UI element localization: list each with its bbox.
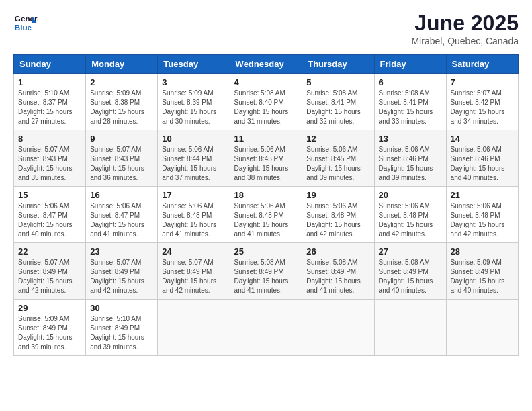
day-info: Sunrise: 5:06 AMSunset: 8:48 PMDaylight:… [306, 202, 361, 238]
day-info: Sunrise: 5:06 AMSunset: 8:45 PMDaylight:… [306, 146, 361, 181]
col-saturday: Saturday [446, 55, 518, 74]
col-thursday: Thursday [302, 55, 374, 74]
logo-icon: General Blue [13, 11, 38, 35]
day-number: 10 [162, 134, 225, 144]
table-row: 6 Sunrise: 5:08 AMSunset: 8:41 PMDayligh… [374, 74, 446, 130]
empty-cell [302, 300, 374, 356]
table-row: 20 Sunrise: 5:06 AMSunset: 8:48 PMDaylig… [374, 187, 446, 243]
table-row: 19 Sunrise: 5:06 AMSunset: 8:48 PMDaylig… [302, 187, 374, 243]
calendar-week-row: 15 Sunrise: 5:06 AMSunset: 8:47 PMDaylig… [14, 187, 519, 243]
table-row: 10 Sunrise: 5:06 AMSunset: 8:44 PMDaylig… [158, 130, 230, 187]
table-row: 14 Sunrise: 5:06 AMSunset: 8:46 PMDaylig… [446, 130, 518, 187]
table-row: 17 Sunrise: 5:06 AMSunset: 8:48 PMDaylig… [158, 187, 230, 243]
day-number: 21 [451, 190, 514, 200]
table-row: 15 Sunrise: 5:06 AMSunset: 8:47 PMDaylig… [14, 187, 86, 243]
day-number: 2 [90, 77, 153, 87]
day-info: Sunrise: 5:06 AMSunset: 8:48 PMDaylight:… [162, 202, 216, 238]
logo: General Blue [13, 11, 38, 35]
calendar-week-row: 8 Sunrise: 5:07 AMSunset: 8:43 PMDayligh… [14, 130, 519, 187]
day-info: Sunrise: 5:08 AMSunset: 8:49 PMDaylight:… [306, 259, 361, 294]
day-info: Sunrise: 5:07 AMSunset: 8:49 PMDaylight:… [90, 259, 144, 294]
table-row: 22 Sunrise: 5:07 AMSunset: 8:49 PMDaylig… [14, 243, 86, 300]
table-row: 7 Sunrise: 5:07 AMSunset: 8:42 PMDayligh… [446, 74, 518, 130]
table-row: 30 Sunrise: 5:10 AMSunset: 8:49 PMDaylig… [86, 300, 158, 356]
table-row: 26 Sunrise: 5:08 AMSunset: 8:49 PMDaylig… [302, 243, 374, 300]
table-row: 25 Sunrise: 5:08 AMSunset: 8:49 PMDaylig… [230, 243, 302, 300]
day-info: Sunrise: 5:10 AMSunset: 8:37 PMDaylight:… [18, 89, 73, 125]
page-header: General Blue June 2025 Mirabel, Quebec, … [13, 11, 519, 46]
col-friday: Friday [374, 55, 446, 74]
day-info: Sunrise: 5:06 AMSunset: 8:47 PMDaylight:… [90, 202, 144, 238]
calendar-week-row: 29 Sunrise: 5:09 AMSunset: 8:49 PMDaylig… [14, 300, 519, 356]
day-number: 6 [379, 77, 442, 87]
table-row: 2 Sunrise: 5:09 AMSunset: 8:38 PMDayligh… [86, 74, 158, 130]
col-wednesday: Wednesday [230, 55, 302, 74]
table-row: 23 Sunrise: 5:07 AMSunset: 8:49 PMDaylig… [86, 243, 158, 300]
table-row: 8 Sunrise: 5:07 AMSunset: 8:43 PMDayligh… [14, 130, 86, 187]
table-row: 29 Sunrise: 5:09 AMSunset: 8:49 PMDaylig… [14, 300, 86, 356]
table-row: 13 Sunrise: 5:06 AMSunset: 8:46 PMDaylig… [374, 130, 446, 187]
day-info: Sunrise: 5:06 AMSunset: 8:46 PMDaylight:… [451, 146, 505, 181]
day-info: Sunrise: 5:08 AMSunset: 8:40 PMDaylight:… [234, 89, 289, 125]
day-number: 23 [90, 246, 153, 257]
empty-cell [446, 300, 518, 356]
day-info: Sunrise: 5:07 AMSunset: 8:43 PMDaylight:… [90, 146, 144, 181]
day-number: 29 [18, 303, 81, 313]
table-row: 1 Sunrise: 5:10 AMSunset: 8:37 PMDayligh… [14, 74, 86, 130]
day-info: Sunrise: 5:09 AMSunset: 8:49 PMDaylight:… [451, 259, 505, 294]
table-row: 21 Sunrise: 5:06 AMSunset: 8:48 PMDaylig… [446, 187, 518, 243]
subtitle: Mirabel, Quebec, Canada [411, 36, 519, 46]
empty-cell [230, 300, 302, 356]
table-row: 18 Sunrise: 5:06 AMSunset: 8:48 PMDaylig… [230, 187, 302, 243]
day-number: 20 [379, 190, 442, 200]
day-number: 4 [234, 77, 298, 87]
day-info: Sunrise: 5:06 AMSunset: 8:45 PMDaylight:… [234, 146, 289, 181]
svg-text:Blue: Blue [15, 23, 32, 32]
table-row: 24 Sunrise: 5:07 AMSunset: 8:49 PMDaylig… [158, 243, 230, 300]
calendar-week-row: 22 Sunrise: 5:07 AMSunset: 8:49 PMDaylig… [14, 243, 519, 300]
empty-cell [374, 300, 446, 356]
table-row: 16 Sunrise: 5:06 AMSunset: 8:47 PMDaylig… [86, 187, 158, 243]
table-row: 4 Sunrise: 5:08 AMSunset: 8:40 PMDayligh… [230, 74, 302, 130]
title-block: June 2025 Mirabel, Quebec, Canada [411, 11, 519, 46]
day-number: 14 [451, 134, 514, 144]
day-number: 3 [162, 77, 225, 87]
day-info: Sunrise: 5:06 AMSunset: 8:46 PMDaylight:… [379, 146, 433, 181]
day-number: 1 [18, 77, 81, 87]
calendar-week-row: 1 Sunrise: 5:10 AMSunset: 8:37 PMDayligh… [14, 74, 519, 130]
main-title: June 2025 [411, 11, 519, 36]
day-number: 13 [379, 134, 442, 144]
day-number: 5 [306, 77, 369, 87]
day-info: Sunrise: 5:07 AMSunset: 8:49 PMDaylight:… [162, 259, 216, 294]
empty-cell [158, 300, 230, 356]
day-number: 8 [18, 134, 81, 144]
table-row: 28 Sunrise: 5:09 AMSunset: 8:49 PMDaylig… [446, 243, 518, 300]
day-number: 19 [306, 190, 369, 200]
day-info: Sunrise: 5:08 AMSunset: 8:41 PMDaylight:… [306, 89, 361, 125]
day-info: Sunrise: 5:08 AMSunset: 8:49 PMDaylight:… [379, 259, 433, 294]
day-info: Sunrise: 5:08 AMSunset: 8:49 PMDaylight:… [234, 259, 289, 294]
table-row: 9 Sunrise: 5:07 AMSunset: 8:43 PMDayligh… [86, 130, 158, 187]
day-info: Sunrise: 5:08 AMSunset: 8:41 PMDaylight:… [379, 89, 433, 125]
day-number: 30 [90, 303, 153, 313]
day-number: 28 [451, 246, 514, 257]
col-tuesday: Tuesday [158, 55, 230, 74]
day-number: 16 [90, 190, 153, 200]
day-info: Sunrise: 5:07 AMSunset: 8:42 PMDaylight:… [451, 89, 505, 125]
day-number: 7 [451, 77, 514, 87]
day-info: Sunrise: 5:09 AMSunset: 8:49 PMDaylight:… [18, 315, 73, 351]
calendar-table: Sunday Monday Tuesday Wednesday Thursday… [13, 54, 519, 356]
day-info: Sunrise: 5:06 AMSunset: 8:47 PMDaylight:… [18, 202, 73, 238]
day-number: 24 [162, 246, 225, 257]
day-number: 22 [18, 246, 81, 257]
day-info: Sunrise: 5:06 AMSunset: 8:48 PMDaylight:… [379, 202, 433, 238]
day-info: Sunrise: 5:06 AMSunset: 8:44 PMDaylight:… [162, 146, 216, 181]
day-info: Sunrise: 5:06 AMSunset: 8:48 PMDaylight:… [234, 202, 289, 238]
day-number: 27 [379, 246, 442, 257]
day-number: 9 [90, 134, 153, 144]
day-number: 15 [18, 190, 81, 200]
day-number: 12 [306, 134, 369, 144]
table-row: 5 Sunrise: 5:08 AMSunset: 8:41 PMDayligh… [302, 74, 374, 130]
col-monday: Monday [86, 55, 158, 74]
table-row: 27 Sunrise: 5:08 AMSunset: 8:49 PMDaylig… [374, 243, 446, 300]
